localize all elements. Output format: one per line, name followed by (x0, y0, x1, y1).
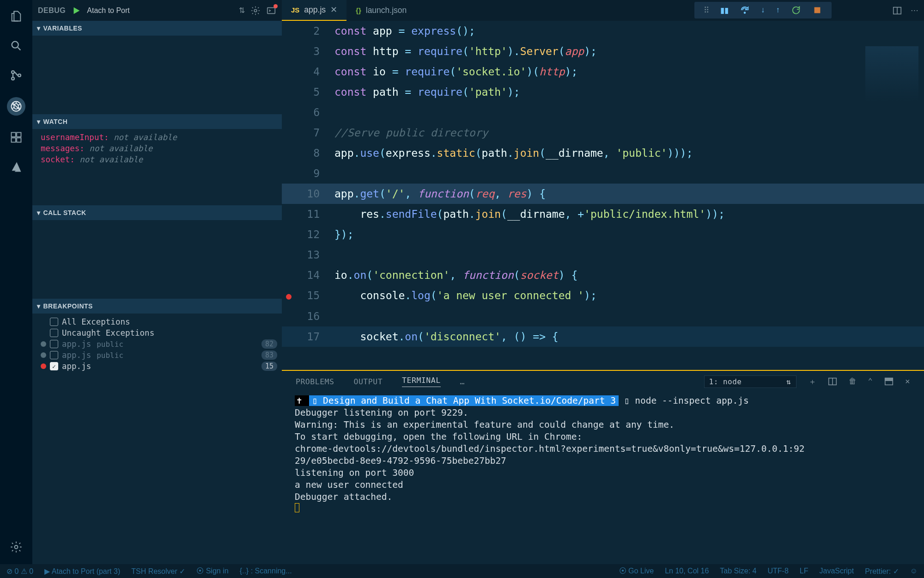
checkbox[interactable] (50, 340, 58, 348)
updown-icon[interactable]: ⇅ (239, 6, 245, 15)
code-editor[interactable]: 2 const app = express(); 3 const http = … (282, 21, 924, 370)
extensions-icon[interactable] (8, 129, 24, 145)
gutter-breakpoint[interactable] (282, 41, 296, 61)
trash-icon[interactable]: 🗑 (849, 376, 857, 387)
code-line[interactable]: 12 }); (282, 224, 924, 245)
code-line[interactable]: 11 res.sendFile(path.join(__dirname, +'p… (282, 204, 924, 224)
code-line[interactable]: 16 (282, 306, 924, 326)
watch-header[interactable]: ▾ WATCH (32, 114, 282, 129)
restart-icon[interactable] (791, 5, 801, 15)
gutter-breakpoint[interactable] (282, 245, 296, 265)
maximize-panel-icon[interactable] (884, 376, 894, 387)
split-terminal-icon[interactable] (827, 376, 838, 387)
gutter-breakpoint[interactable] (282, 265, 296, 285)
variables-header[interactable]: ▾ VARIABLES (32, 21, 282, 36)
more-icon[interactable]: ⋯ (911, 6, 918, 15)
step-into-icon[interactable]: ↓ (761, 6, 765, 15)
breakpoint-item[interactable]: All Exceptions (32, 316, 282, 327)
checkbox[interactable] (50, 318, 58, 326)
status-item[interactable]: ▶ Atach to Port (part 3) (44, 567, 120, 576)
tab-problems[interactable]: PROBLEMS (296, 377, 334, 386)
pause-icon[interactable]: ▮▮ (720, 6, 729, 15)
status-item[interactable]: UTF-8 (767, 567, 788, 576)
callstack-header[interactable]: ▾ CALL STACK (32, 205, 282, 220)
gutter-breakpoint[interactable] (282, 61, 296, 82)
tab-output[interactable]: OUTPUT (353, 377, 383, 386)
code-line[interactable]: 7 //Serve public directory (282, 123, 924, 143)
chevron-up-icon[interactable]: ⌃ (868, 376, 873, 387)
search-icon[interactable] (8, 38, 24, 54)
code-line[interactable]: 9 (282, 163, 924, 184)
status-item[interactable]: ⊘ 0 ⚠ 0 (6, 567, 33, 576)
split-editor-icon[interactable] (892, 6, 902, 16)
gutter-breakpoint[interactable] (282, 123, 296, 143)
code-line[interactable]: 14 io.on('connection', function(socket) … (282, 265, 924, 285)
status-item[interactable]: Prettier: ✓ (865, 567, 899, 576)
status-item[interactable]: TSH Resolver ✓ (131, 567, 185, 576)
status-item[interactable]: ⦿ Go Live (619, 567, 654, 576)
status-item[interactable]: Tab Size: 4 (720, 567, 756, 576)
code-line[interactable]: 3 const http = require('http').Server(ap… (282, 41, 924, 61)
gutter-breakpoint[interactable] (282, 326, 296, 347)
editor-tab[interactable]: JS app.js ✕ (282, 0, 346, 21)
minimap[interactable] (865, 46, 918, 102)
gutter-breakpoint[interactable] (282, 204, 296, 224)
code-line[interactable]: 17 socket.on('disconnect', () => { (282, 326, 924, 347)
checkbox[interactable]: ✓ (50, 362, 58, 370)
tab-more[interactable]: … (460, 377, 465, 386)
checkbox[interactable] (50, 351, 58, 359)
gutter-breakpoint[interactable] (282, 224, 296, 245)
scm-icon[interactable] (8, 68, 24, 83)
breakpoint-item[interactable]: app.js public 82 (32, 338, 282, 350)
debug-console-icon[interactable] (266, 6, 276, 16)
drag-handle-icon[interactable]: ⠿ (704, 6, 709, 15)
breakpoint-item[interactable]: app.js public 83 (32, 350, 282, 361)
status-item[interactable]: JavaScript (819, 567, 854, 576)
gutter-breakpoint[interactable] (282, 82, 296, 102)
gutter-breakpoint[interactable] (282, 143, 296, 163)
tab-terminal[interactable]: TERMINAL (402, 376, 440, 387)
terminal-select[interactable]: 1: node⇅ (704, 375, 796, 388)
step-out-icon[interactable]: ↑ (776, 6, 780, 15)
status-item[interactable]: LF (800, 567, 808, 576)
gear-icon[interactable] (250, 6, 261, 16)
watch-item[interactable]: usernameInput: not available (32, 132, 282, 143)
code-line[interactable]: 13 (282, 245, 924, 265)
breakpoint-item[interactable]: Uncaught Exceptions (32, 327, 282, 338)
watch-item[interactable]: messages: not available (32, 143, 282, 154)
code-line[interactable]: 10 app.get('/', function(req, res) { (282, 184, 924, 204)
code-line[interactable]: 2 const app = express(); (282, 21, 924, 41)
code-line[interactable]: 6 (282, 102, 924, 123)
close-panel-icon[interactable]: ✕ (905, 376, 910, 387)
debug-toolbar[interactable]: ⠿ ▮▮ ↓ ↑ (694, 2, 832, 18)
status-item[interactable]: ⦿ Sign in (196, 567, 228, 576)
stop-icon[interactable] (812, 5, 822, 15)
gutter-breakpoint[interactable] (282, 163, 296, 184)
azure-icon[interactable] (8, 159, 24, 175)
code-line[interactable]: 8 app.use(express.static(path.join(__dir… (282, 143, 924, 163)
checkbox[interactable] (50, 329, 58, 337)
status-item[interactable]: Ln 10, Col 16 (665, 567, 709, 576)
gutter-breakpoint[interactable] (282, 21, 296, 41)
gutter-breakpoint[interactable]: ● (282, 285, 296, 306)
new-terminal-icon[interactable]: ＋ (808, 376, 817, 387)
files-icon[interactable] (8, 8, 24, 24)
settings-gear-icon[interactable] (8, 539, 24, 555)
code-line[interactable]: ● 15 console.log('a new user connected '… (282, 285, 924, 306)
watch-item[interactable]: socket: not available (32, 154, 282, 165)
status-item[interactable]: {..} : Scanning... (240, 567, 292, 576)
terminal-body[interactable]: ✝ ▯ Design and Build a Chat App With Soc… (282, 392, 924, 564)
close-icon[interactable]: ✕ (330, 5, 337, 15)
status-item[interactable]: ☺ (910, 567, 918, 576)
gutter-breakpoint[interactable] (282, 184, 296, 204)
gutter-breakpoint[interactable] (282, 306, 296, 326)
debug-icon[interactable] (7, 97, 25, 116)
breakpoint-item[interactable]: ✓ app.js 15 (32, 361, 282, 372)
code-line[interactable]: 5 const path = require('path'); (282, 82, 924, 102)
gutter-breakpoint[interactable] (282, 102, 296, 123)
step-over-icon[interactable] (740, 5, 750, 15)
editor-tab[interactable]: {} launch.json (346, 0, 416, 21)
debug-config-select[interactable]: Atach to Port (87, 6, 130, 15)
breakpoints-header[interactable]: ▾ BREAKPOINTS (32, 299, 282, 314)
start-debugging-icon[interactable] (71, 6, 81, 16)
